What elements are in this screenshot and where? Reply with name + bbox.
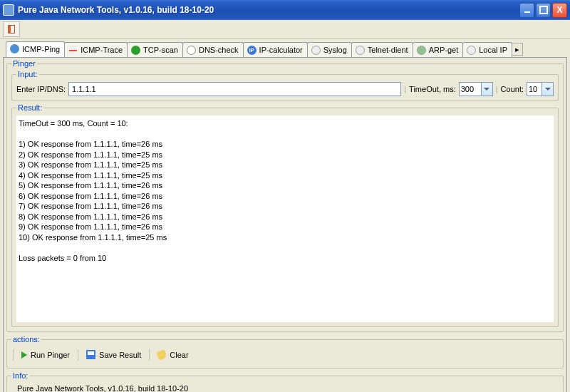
tcp-icon — [131, 46, 140, 55]
door-icon — [8, 25, 15, 33]
content-panel: Pinger Input: Enter IP/DNS: | TimeOut, m… — [3, 57, 567, 392]
play-icon — [21, 351, 27, 359]
separator — [13, 349, 14, 361]
actions-row: Run Pinger Save Result Clear — [11, 346, 559, 363]
ip-input[interactable] — [68, 82, 401, 96]
chevron-down-icon[interactable] — [542, 82, 554, 96]
tab-label: ICMP-Trace — [81, 46, 123, 54]
input-fieldset: Input: Enter IP/DNS: | TimeOut, ms: | Co… — [11, 70, 559, 101]
separator: | — [404, 85, 406, 93]
save-icon — [86, 350, 95, 359]
localip-icon — [467, 46, 476, 55]
info-row: Pure Java Network Tools, v1.0.16, build … — [11, 382, 559, 392]
tab-scroll-right[interactable]: ▸ — [512, 43, 523, 56]
tab-bar: ICMP-Ping ICMP-Trace TCP-scan DNS-check … — [0, 38, 570, 57]
tab-label: DNS-check — [199, 46, 239, 54]
tab-label: Syslog — [323, 46, 347, 54]
exit-button[interactable] — [3, 21, 20, 37]
dns-icon — [187, 46, 196, 55]
tab-label: Telnet-dient — [368, 46, 408, 54]
telnet-icon — [356, 46, 365, 55]
window-title: Pure Java Network Tools, v1.0.16, build … — [18, 5, 518, 15]
timeout-input[interactable] — [459, 82, 482, 96]
clear-button[interactable]: Clear — [153, 349, 192, 361]
actions-fieldset: actions: Run Pinger Save Result Clear — [6, 335, 564, 368]
clear-label: Clear — [170, 351, 188, 359]
count-input[interactable] — [527, 82, 542, 96]
tab-label: TCP-scan — [143, 46, 178, 54]
save-result-button[interactable]: Save Result — [82, 349, 145, 361]
separator — [149, 349, 150, 361]
arp-icon — [417, 46, 426, 55]
enter-ip-label: Enter IP/DNS: — [16, 85, 66, 93]
result-legend: Result: — [16, 103, 43, 112]
run-pinger-button[interactable]: Run Pinger — [17, 349, 74, 361]
tab-dns-check[interactable]: DNS-check — [182, 42, 244, 57]
timeout-spinner[interactable] — [459, 82, 493, 96]
tab-icmp-trace[interactable]: ICMP-Trace — [64, 42, 128, 57]
trace-icon — [68, 46, 78, 55]
tab-label: IP-calculator — [259, 46, 303, 54]
separator: | — [496, 85, 498, 93]
input-row: Enter IP/DNS: | TimeOut, ms: | Count: — [16, 82, 554, 96]
count-spinner[interactable] — [527, 82, 554, 96]
tab-label: ARP-get — [429, 46, 459, 54]
globe-icon — [10, 44, 19, 53]
info-legend: Info: — [11, 371, 29, 380]
timeout-label: TimeOut, ms: — [409, 85, 456, 93]
toolbar — [0, 20, 570, 38]
result-output: TimeOut = 300 ms, Count = 10: 1) OK resp… — [16, 115, 554, 322]
tab-label: ICMP-Ping — [22, 45, 60, 53]
tab-icmp-ping[interactable]: ICMP-Ping — [6, 41, 65, 57]
actions-legend: actions: — [11, 335, 41, 344]
count-label: Count: — [501, 85, 524, 93]
tab-tcp-scan[interactable]: TCP-scan — [127, 42, 183, 57]
tab-syslog[interactable]: Syslog — [307, 42, 352, 57]
chevron-down-icon[interactable] — [482, 82, 493, 96]
info-fieldset: Info: Pure Java Network Tools, v1.0.16, … — [6, 371, 564, 392]
save-label: Save Result — [99, 351, 141, 359]
ip-icon: IP — [247, 46, 256, 55]
pinger-fieldset: Pinger Input: Enter IP/DNS: | TimeOut, m… — [6, 59, 564, 332]
clear-icon — [157, 349, 167, 360]
minimize-button[interactable] — [519, 3, 534, 18]
input-legend: Input: — [16, 70, 39, 78]
pinger-legend: Pinger — [11, 59, 37, 68]
result-fieldset: Result: TimeOut = 300 ms, Count = 10: 1)… — [11, 103, 559, 327]
tab-arp-get[interactable]: ARP-get — [413, 42, 464, 57]
maximize-button[interactable] — [536, 3, 551, 18]
info-text: Pure Java Network Tools, v1.0.16, build … — [17, 384, 188, 392]
close-button[interactable]: X — [552, 3, 567, 18]
titlebar: Pure Java Network Tools, v1.0.16, build … — [0, 0, 570, 20]
syslog-icon — [311, 46, 321, 55]
separator — [78, 349, 78, 361]
tab-local-ip[interactable]: Local IP — [462, 42, 512, 57]
run-label: Run Pinger — [31, 351, 70, 359]
tab-label: Local IP — [479, 46, 507, 54]
tab-ip-calculator[interactable]: IPIP-calculator — [243, 42, 308, 57]
app-icon — [3, 4, 14, 16]
tab-telnet[interactable]: Telnet-dient — [351, 42, 413, 57]
